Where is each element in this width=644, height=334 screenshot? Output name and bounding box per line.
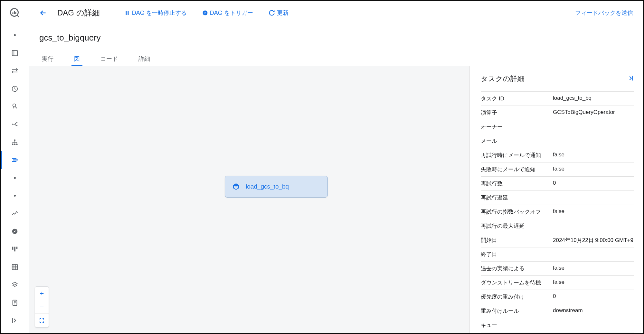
dot-icon	[14, 195, 16, 197]
detail-key: 開始日	[481, 237, 553, 244]
svg-rect-18	[12, 264, 17, 270]
tab-diagram[interactable]: 図	[71, 52, 82, 66]
pause-dag-button[interactable]: DAG を一時停止する	[120, 6, 191, 19]
trigger-dag-button[interactable]: DAG をトリガー	[198, 6, 257, 19]
detail-row: 終了日	[481, 247, 634, 261]
pause-dag-label: DAG を一時停止する	[132, 9, 187, 17]
svg-point-5	[16, 122, 17, 124]
tab-code[interactable]: コード	[98, 52, 120, 66]
svg-rect-11	[12, 158, 16, 159]
detail-value: downstream	[553, 307, 634, 315]
rail-item-spreadsheet[interactable]	[1, 258, 29, 276]
svg-point-4	[12, 124, 13, 125]
zoom-fit-button[interactable]	[35, 314, 49, 327]
svg-point-8	[12, 144, 14, 145]
zoom-out-button[interactable]	[35, 300, 49, 314]
expand-icon	[39, 318, 45, 323]
rail-item-composer[interactable]	[1, 151, 29, 169]
detail-row: ダウンストリームを待機false	[481, 275, 634, 290]
svg-rect-1	[12, 50, 17, 56]
detail-value: false	[553, 152, 634, 159]
svg-point-10	[16, 144, 18, 145]
panel-title: タスクの詳細	[481, 74, 525, 84]
rail-item-expand[interactable]	[1, 312, 29, 329]
collapse-panel-button[interactable]	[627, 75, 634, 83]
detail-row: 優先度の重み付け0	[481, 290, 634, 304]
zoom-controls	[35, 286, 49, 328]
zoom-in-button[interactable]	[35, 287, 49, 300]
detail-value: false	[553, 208, 634, 216]
rail-item-tree[interactable]	[1, 133, 29, 151]
detail-row: オーナー	[481, 120, 634, 134]
top-toolbar: DAG の詳細 DAG を一時停止する DAG をトリガー 更新 フィードバック…	[29, 1, 643, 25]
detail-key: 優先度の重み付け	[481, 293, 553, 301]
cube-icon	[232, 183, 240, 190]
task-node[interactable]: load_gcs_to_bq	[225, 176, 328, 198]
dag-name: gcs_to_bigquery	[39, 33, 633, 43]
refresh-button[interactable]: 更新	[265, 6, 292, 19]
detail-key: 再試行の最大遅延	[481, 222, 553, 230]
rail-item-dashboard[interactable]	[1, 44, 29, 62]
rail-item-columns[interactable]	[1, 240, 29, 258]
detail-value	[553, 123, 634, 131]
refresh-label: 更新	[277, 9, 289, 17]
detail-value	[553, 137, 634, 145]
detail-row: 再試行の指数バックオフfalse	[481, 205, 634, 219]
feedback-link[interactable]: フィードバックを送信	[575, 9, 633, 17]
detail-row: 再試行の最大遅延	[481, 219, 634, 233]
rail-item-pipelines[interactable]	[1, 116, 29, 133]
detail-value: 2024年10月22日 9:00:00 GMT+9	[553, 237, 634, 244]
svg-rect-13	[12, 161, 16, 162]
detail-key: 再試行の指数バックオフ	[481, 208, 553, 216]
rail-item-8[interactable]	[1, 187, 29, 204]
product-logo-icon[interactable]	[7, 5, 23, 21]
dot-icon	[14, 177, 16, 179]
rail-item-analytics[interactable]	[1, 205, 29, 222]
detail-key: キュー	[481, 321, 553, 329]
graph-canvas[interactable]: load_gcs_to_bq	[29, 66, 469, 333]
detail-row: メール	[481, 134, 634, 148]
detail-value: 0	[553, 180, 634, 187]
detail-key: メール	[481, 137, 553, 145]
minus-icon	[39, 304, 45, 310]
detail-row: キュー	[481, 318, 634, 332]
detail-key: 終了日	[481, 251, 553, 258]
detail-row: 再試行時にメールで通知false	[481, 148, 634, 162]
rail-item-7[interactable]	[1, 169, 29, 187]
rail-item-query[interactable]	[1, 97, 29, 115]
tab-run[interactable]: 実行	[39, 52, 56, 66]
rail-item-document[interactable]	[1, 294, 29, 311]
detail-key: 再試行遅延	[481, 194, 553, 201]
refresh-icon	[269, 10, 275, 16]
svg-rect-21	[128, 11, 128, 15]
svg-point-6	[16, 125, 17, 126]
detail-key: 重み付けルール	[481, 307, 553, 315]
back-button[interactable]	[37, 6, 50, 19]
play-circle-icon	[202, 10, 208, 16]
svg-rect-15	[12, 247, 13, 250]
task-details-panel: タスクの詳細 タスク IDload_gcs_to_bq演算子GCSToBigQu…	[469, 66, 643, 333]
chevron-right-bar-icon	[627, 75, 634, 82]
trigger-dag-label: DAG をトリガー	[210, 9, 253, 17]
svg-point-3	[13, 104, 15, 107]
detail-row: 失敗時にメールで通知false	[481, 162, 634, 176]
task-details-table: タスク IDload_gcs_to_bq演算子GCSToBigQueryOper…	[470, 91, 643, 333]
svg-rect-17	[16, 247, 17, 249]
svg-point-7	[14, 139, 15, 141]
detail-value	[553, 251, 634, 258]
detail-value: GCSToBigQueryOperator	[553, 109, 634, 116]
detail-key: 再試行時にメールで通知	[481, 152, 553, 159]
rail-item-1[interactable]	[1, 26, 29, 44]
detail-row: 開始日2024年10月22日 9:00:00 GMT+9	[481, 233, 634, 247]
detail-value: false	[553, 166, 634, 173]
page-title: DAG の詳細	[57, 8, 100, 18]
rail-item-integration[interactable]	[1, 276, 29, 294]
detail-key: オーナー	[481, 123, 553, 131]
tab-details[interactable]: 詳細	[136, 52, 153, 66]
detail-value: load_gcs_to_bq	[553, 95, 634, 102]
rail-item-explore[interactable]	[1, 222, 29, 240]
rail-item-transfers[interactable]	[1, 62, 29, 79]
detail-row: プールdefault_pool	[481, 332, 634, 333]
detail-value: 0	[553, 293, 634, 301]
rail-item-scheduled[interactable]	[1, 80, 29, 97]
